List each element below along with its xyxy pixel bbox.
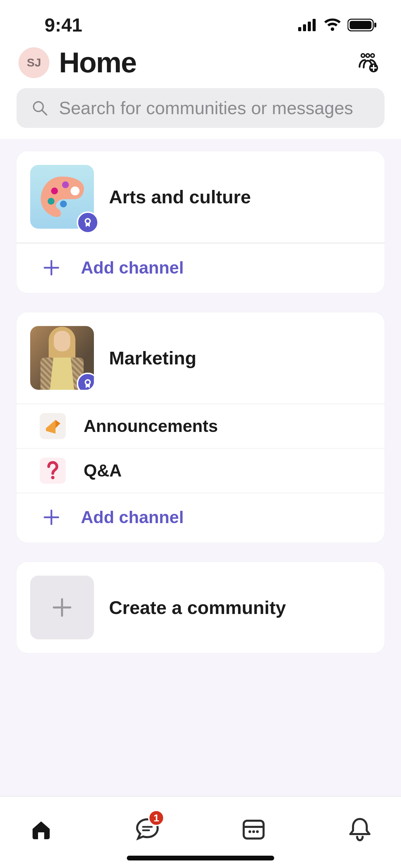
community-card: Arts and culture Add channel [16,151,385,293]
svg-point-14 [51,188,58,194]
svg-point-9 [371,54,374,57]
question-icon [40,458,66,484]
add-channel-label: Add channel [81,258,184,278]
create-community-card[interactable]: Create a community [16,562,385,653]
svg-rect-1 [303,24,306,31]
create-community-icon [30,576,94,639]
svg-rect-5 [350,21,372,29]
wifi-icon [324,19,341,32]
svg-point-28 [252,830,255,833]
plus-icon [50,596,74,619]
channel-row[interactable]: Announcements [16,404,385,448]
header: SJ Home [0,38,401,81]
svg-point-16 [71,186,80,195]
people-add-icon [357,52,379,74]
svg-point-27 [248,830,251,833]
bell-icon [348,816,372,842]
cellular-icon [298,19,317,31]
channel-row[interactable]: Q&A [16,448,385,493]
svg-rect-3 [313,19,316,31]
community-header[interactable]: Marketing [16,312,385,404]
avatar[interactable]: SJ [19,47,49,78]
community-card: Marketing Announcements Q&A [16,312,385,543]
svg-rect-2 [308,22,311,31]
chat-badge: 1 [148,810,165,826]
search-field[interactable] [16,88,385,128]
tab-chat[interactable]: 1 [127,810,168,848]
svg-point-19 [86,219,89,223]
megaphone-icon [40,413,66,439]
svg-point-8 [366,54,369,57]
home-icon [29,817,53,841]
battery-icon [348,18,377,32]
tab-activity[interactable] [339,810,380,848]
svg-point-7 [361,54,365,57]
add-channel-button[interactable]: Add channel [16,493,385,543]
status-icons [298,18,377,32]
home-indicator [127,856,274,860]
svg-line-12 [42,110,47,115]
search-icon [32,100,48,116]
search-input[interactable] [59,98,369,118]
search-container [0,81,401,139]
svg-rect-6 [374,23,376,27]
svg-rect-25 [244,821,264,839]
tab-home[interactable] [21,810,62,848]
community-thumb [30,165,94,229]
status-time: 9:41 [45,14,82,36]
svg-point-17 [60,201,67,207]
calendar-icon [241,817,266,842]
svg-point-21 [86,381,89,384]
svg-point-13 [48,198,54,205]
status-bar: 9:41 [0,0,401,38]
svg-point-15 [62,181,69,188]
tab-calendar[interactable] [233,810,274,848]
add-channel-button[interactable]: Add channel [16,243,385,293]
page-title: Home [59,46,343,79]
channel-name: Q&A [84,461,122,481]
plus-icon [41,257,62,278]
community-name: Arts and culture [109,186,251,207]
community-thumb [30,326,94,390]
svg-point-29 [256,830,259,833]
add-channel-label: Add channel [81,507,184,527]
communities-list: Arts and culture Add channel [0,139,401,796]
create-community-label: Create a community [109,597,286,618]
svg-rect-0 [298,27,301,31]
channel-name: Announcements [84,416,218,436]
community-name: Marketing [109,347,196,369]
community-header[interactable]: Arts and culture [16,151,385,243]
svg-point-22 [51,476,54,479]
palette-icon [38,174,86,219]
avatar-initials: SJ [27,56,41,69]
community-badge-icon [77,212,99,233]
new-community-button[interactable] [353,48,382,77]
plus-icon [41,507,62,528]
